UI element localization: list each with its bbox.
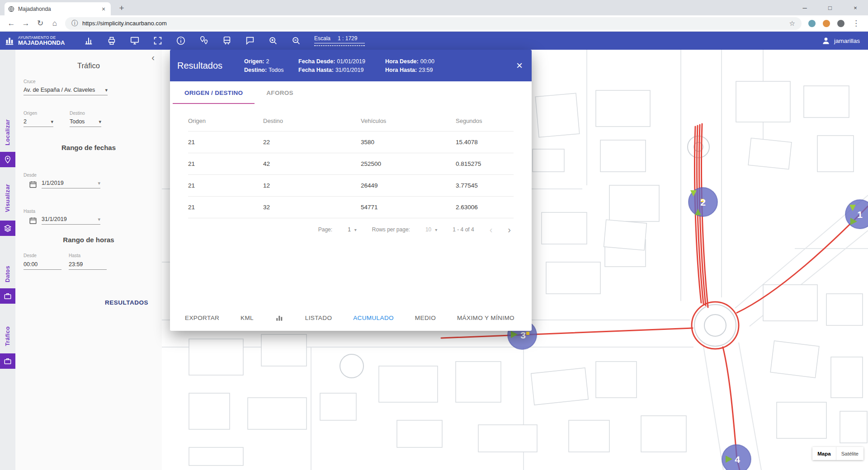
app-logo: AYUNTAMIENTO DE MAJADAHONDA [0,35,80,46]
new-tab-button[interactable]: + [116,3,127,14]
monitor-icon[interactable] [129,35,140,46]
maximo-minimo-button[interactable]: MÁXIMO Y MÍNIMO [457,315,514,321]
map-pins-icon[interactable] [198,35,209,46]
table-row[interactable]: 21 22 3580 15.4078 [188,131,514,153]
modal-header: Resultados Origen:2 Destino:Todos Fecha … [170,50,532,81]
layers-icon[interactable] [0,221,15,236]
hora-desde-field[interactable]: 00:00 [24,261,61,270]
rows-per-page-select[interactable]: 10 ▾ [425,226,437,233]
page-label: Page: [318,226,332,233]
briefcase-icon[interactable] [0,288,15,304]
fecha-desde-field[interactable]: 1/1/2019 ▾ [29,180,100,188]
listado-button[interactable]: LISTADO [305,315,332,321]
page-select[interactable]: 1 ▾ [348,226,357,233]
panel-title: Tráfico [15,61,162,70]
close-icon[interactable]: × [516,60,523,71]
zoom-in-icon[interactable] [268,35,278,46]
satellite-button[interactable]: Satélite [836,447,863,460]
tab-origen-destino[interactable]: ORIGEN / DESTINO [173,81,255,104]
modal-footer: EXPORTAR KML LISTADO ACUMULADO MEDIO MÁX… [170,305,532,331]
home-icon[interactable]: ⌂ [48,17,61,30]
table-row[interactable]: 21 12 26449 3.77545 [188,174,514,196]
summary-col-3: Hora Desde:00:00 Hora Hasta:23:59 [385,58,466,73]
rango-fechas-title: Rango de fechas [15,144,162,151]
briefcase-icon-2[interactable] [0,353,15,369]
close-window-button[interactable]: × [843,0,868,15]
fecha-desde-label: Desde [24,173,37,178]
fullscreen-icon[interactable] [152,35,163,46]
next-page-button[interactable]: › [508,225,511,235]
chart-icon[interactable] [83,35,94,46]
left-rail: Localizar Visualizar Datos Tráfico [0,50,15,470]
address-bar[interactable]: ⓘ https://simplicity.incaurbano.com ☆ [65,17,802,30]
dropdown-arrow-icon: ▾ [105,87,108,93]
destino-select[interactable]: Todos ▾ [70,118,101,127]
zoom-out-icon[interactable] [291,35,302,46]
extension-icon-1[interactable] [808,20,816,27]
tab-close-icon[interactable]: × [100,5,107,13]
map-marker-4[interactable]: 4 [722,445,751,470]
reload-icon[interactable]: ↻ [33,17,47,30]
scale-ruler [314,44,365,46]
username: jamarillas [834,38,860,44]
browser-tab-strip: Majadahonda × + ─ □ × [0,0,868,15]
minimize-button[interactable]: ─ [792,0,817,15]
medio-button[interactable]: MEDIO [415,315,436,321]
bookmark-star-icon[interactable]: ☆ [789,19,795,28]
app-header: AYUNTAMIENTO DE MAJADAHONDA [0,32,868,50]
town-hall-icon [5,36,14,46]
origen-select[interactable]: 2 ▾ [24,118,53,127]
fecha-hasta-field[interactable]: 31/1/2019 ▾ [29,216,100,225]
modal-tabs: ORIGEN / DESTINO AFOROS [170,81,532,104]
maximize-button[interactable]: □ [817,0,843,15]
header-toolbar [83,35,302,46]
rango-horas-title: Rango de horas [15,236,162,244]
screen: Majadahonda × + ─ □ × ← → ↻ ⌂ ⓘ https://… [0,0,868,470]
location-pin-icon[interactable] [0,152,15,167]
dropdown-arrow-icon: ▾ [98,216,100,222]
map-marker-2[interactable]: 2 [689,188,717,216]
rail-item-datos[interactable]: Datos [0,260,15,287]
scale-label: Escala [314,35,330,42]
table-row[interactable]: 21 32 54771 2.63006 [188,196,514,218]
map-button[interactable]: Mapa [812,447,835,460]
exportar-button[interactable]: EXPORTAR [185,315,219,321]
svg-text:2: 2 [700,197,706,207]
kml-button[interactable]: KML [241,315,254,321]
destino-label: Destino [70,111,85,116]
extension-icon-3[interactable] [837,20,844,27]
rail-item-localizar[interactable]: Localizar [0,115,15,150]
chat-icon[interactable] [245,35,255,46]
user-menu[interactable]: jamarillas [821,36,868,45]
info-icon[interactable] [175,35,186,46]
modal-title: Resultados [177,61,222,71]
hora-hasta-field[interactable]: 23:59 [69,261,107,270]
map-marker-1[interactable]: 1 [845,200,868,229]
favicon-globe-icon [8,6,14,12]
rail-item-trafico[interactable]: Tráfico [0,320,15,352]
forward-icon[interactable]: → [19,17,33,30]
calendar-icon[interactable] [29,216,37,225]
rail-item-visualizar[interactable]: Visualizar [0,176,15,220]
site-info-icon[interactable]: ⓘ [71,19,78,28]
acumulado-button[interactable]: ACUMULADO [353,315,394,321]
cruce-select[interactable]: Av. de España / Av. Claveles ▾ [24,87,108,95]
browser-menu-icon[interactable]: ⋮ [852,19,860,28]
summary-col-1: Origen:2 Destino:Todos [244,58,298,73]
table-row[interactable]: 21 42 252500 0.815275 [188,153,514,174]
back-icon[interactable]: ← [5,17,18,30]
resultados-button[interactable]: RESULTADOS [105,299,148,306]
extension-icon-2[interactable] [823,20,830,27]
rows-per-page-label: Rows per page: [372,226,410,233]
calendar-icon[interactable] [29,180,37,188]
prev-page-button[interactable]: ‹ [490,225,493,235]
tab-aforos[interactable]: AFOROS [255,81,305,104]
hora-desde-label: Desde [24,253,37,258]
summary-col-2: Fecha Desde:01/01/2019 Fecha Hasta:31/01… [298,58,385,73]
pagination: Page: 1 ▾ Rows per page: 10 ▾ 1 - 4 of 4… [170,225,532,235]
bus-icon[interactable] [222,35,232,46]
browser-tab[interactable]: Majadahonda × [5,2,111,15]
bar-chart-icon[interactable] [275,313,284,322]
filter-panel: ‹ Tráfico Cruce Av. de España / Av. Clav… [15,50,162,470]
print-icon[interactable] [106,35,117,46]
